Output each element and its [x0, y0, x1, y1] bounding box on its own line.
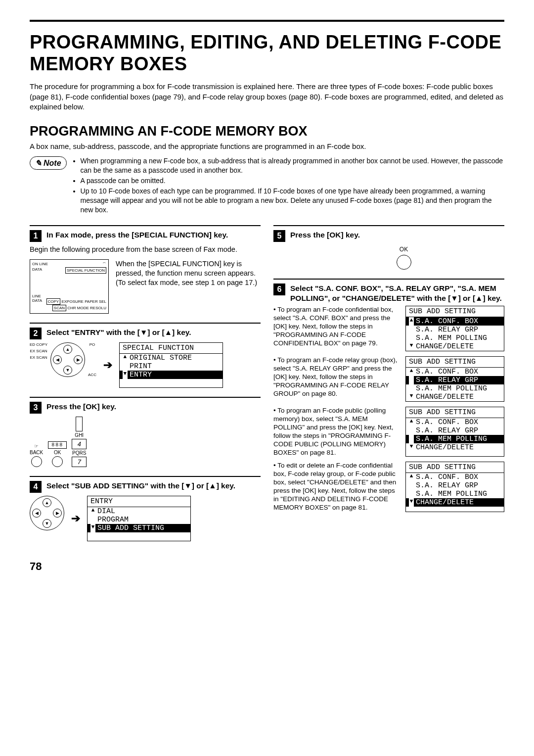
right-arrow-button[interactable]: ▶	[53, 509, 62, 518]
key-label: GHI	[75, 432, 84, 438]
lcd-title: SUB ADD SETTING	[406, 357, 504, 368]
side-label: EX SCAN	[30, 349, 47, 353]
panel-label: DATA	[32, 298, 42, 305]
note-block: ✎ Note When programming a new F-code box…	[30, 156, 504, 215]
step-title: Select "ENTRY" with the [▼] or [▲] key.	[46, 328, 191, 337]
step-text: When the [SPECIAL FUNCTION] key is press…	[116, 259, 261, 287]
lcd-line: CHANGE/DELETE	[416, 342, 474, 351]
step-number: 5	[273, 230, 285, 242]
direction-pad: ▲ ▼ ◀ ▶	[30, 496, 64, 530]
lcd-line: S.A. RELAY GRP	[416, 426, 478, 435]
lcd-title: SUB ADD SETTING	[406, 462, 504, 473]
lcd-line: S.A. MEM POLLING	[416, 334, 487, 342]
step-title: In Fax mode, press the [SPECIAL FUNCTION…	[46, 230, 228, 239]
back-label: BACK	[30, 450, 43, 455]
side-label: ACC	[88, 373, 96, 377]
ok-button[interactable]	[52, 456, 63, 467]
ok-label: OK	[400, 246, 408, 253]
panel-label: DATA	[32, 267, 42, 274]
lcd-line: PROGRAM	[97, 516, 129, 524]
panel-label: ON LINE	[32, 262, 48, 267]
ok-panel-illustration: ☞ BACK 888 OK GHI 4 PQRS 7	[30, 417, 114, 467]
step-number: 4	[30, 481, 42, 493]
down-arrow-button[interactable]: ▼	[43, 519, 51, 528]
intro-text: The procedure for programming a box for …	[30, 82, 504, 112]
lcd-line-selected: SUB ADD SETTING	[97, 524, 164, 532]
lcd-line: S.A. RELAY GRP	[416, 481, 478, 490]
lcd-line: CHANGE/DELETE	[416, 393, 474, 401]
lcd-line: S.A. CONF. BOX	[416, 473, 478, 481]
step-bullet: To program an F-code confidential box, s…	[273, 306, 393, 347]
panel-label: LINE	[32, 294, 41, 298]
lcd-line: ORIGINAL STORE	[130, 354, 192, 362]
direction-pad: ▲ ▼ ◀ ▶	[50, 342, 85, 377]
panel-label: RESOLU	[90, 306, 106, 310]
step-number: 1	[30, 230, 42, 242]
seven-segment: 888	[48, 441, 67, 449]
lcd-screen: SUB ADD SETTING ▲S.A. CONF. BOX S.A. REL…	[405, 356, 504, 402]
note-item: A passcode can be omitted.	[81, 176, 504, 186]
page-number: 78	[30, 560, 504, 573]
numpad-key[interactable]: 4	[72, 439, 87, 449]
panel-key[interactable]: COPY	[46, 298, 61, 305]
panel-label: CHR MODE	[67, 306, 89, 310]
step-bullet: To program an F-code public (polling mem…	[273, 407, 393, 456]
lcd-line-selected: ENTRY	[130, 371, 152, 379]
lcd-screen: SUB ADD SETTING ▲S.A. CONF. BOX S.A. REL…	[405, 306, 504, 351]
note-label: Note	[44, 159, 61, 168]
note-item: When programming a new F-code box, a sub…	[81, 156, 504, 175]
ok-label: OK	[54, 450, 61, 455]
lcd-title: SUB ADD SETTING	[406, 407, 504, 418]
pencil-icon: ✎	[35, 158, 42, 168]
ok-button[interactable]	[397, 255, 411, 270]
step-title: Select "S.A. CONF. BOX", "S.A. RELAY GRP…	[290, 284, 504, 303]
lcd-line: S.A. MEM POLLING	[416, 490, 487, 498]
up-arrow-button[interactable]: ▲	[43, 498, 51, 507]
side-label: EX SCAN	[30, 355, 47, 360]
lcd-screen: SUB ADD SETTING ▲S.A. CONF. BOX S.A. REL…	[405, 462, 504, 512]
up-arrow-button[interactable]: ▲	[63, 345, 72, 354]
right-arrow-button[interactable]: ▶	[74, 355, 83, 364]
section-intro: A box name, sub-address, passcode, and t…	[30, 142, 504, 150]
lcd-line: CHANGE/DELETE	[416, 443, 474, 452]
back-button[interactable]	[31, 456, 42, 467]
special-function-key[interactable]: SPECIAL FUNCTION	[65, 267, 106, 274]
control-panel-illustration: ON LINE ⌒ DATA SPECIAL FUNCTION LINE DAT…	[30, 259, 109, 314]
lcd-line: S.A. CONF. BOX	[416, 368, 478, 376]
note-badge: ✎ Note	[30, 156, 67, 170]
side-label: ED COPY	[30, 342, 47, 347]
section-title: PROGRAMMING AN F-CODE MEMORY BOX	[30, 124, 504, 139]
panel-label: PAPER SEL	[85, 299, 106, 304]
lcd-line: S.A. RELAY GRP	[416, 326, 478, 334]
left-arrow-button[interactable]: ◀	[53, 355, 62, 364]
lcd-line-selected: S.A. CONF. BOX	[416, 317, 478, 326]
lcd-line-selected: CHANGE/DELETE	[416, 498, 474, 507]
step-text: Begin the following procedure from the b…	[30, 245, 261, 254]
down-arrow-button[interactable]: ▼	[63, 366, 72, 375]
note-item: Up to 10 F-code boxes of each type can b…	[81, 187, 504, 215]
step-title: Press the [OK] key.	[46, 402, 116, 411]
lcd-line: PRINT	[130, 362, 152, 371]
lcd-title: ENTRY	[88, 496, 190, 507]
panel-key[interactable]: SCAN	[52, 305, 66, 311]
key-label: PQRS	[72, 450, 86, 456]
lcd-line: S.A. CONF. BOX	[416, 418, 478, 426]
lcd-screen: SPECIAL FUNCTION ▲ORIGINAL STORE PRINT ▼…	[119, 342, 223, 388]
arrow-right-icon: ➔	[71, 512, 80, 525]
panel-label: EXPOSURE	[61, 299, 83, 304]
step-bullet: To edit or delete an F-code confidential…	[273, 462, 396, 511]
numpad-key[interactable]: 7	[72, 457, 87, 467]
arrow-right-icon: ➔	[103, 359, 112, 372]
lcd-screen: ENTRY ▲DIAL PROGRAM ▼SUB ADD SETTING	[87, 496, 191, 541]
lcd-screen: SUB ADD SETTING ▲S.A. CONF. BOX S.A. REL…	[405, 407, 504, 457]
lcd-line: DIAL	[97, 507, 115, 516]
step-number: 2	[30, 328, 42, 339]
page-title: PROGRAMMING, EDITING, AND DELETING F-COD…	[30, 32, 504, 75]
lcd-line: S.A. MEM POLLING	[416, 384, 487, 393]
left-arrow-button[interactable]: ◀	[32, 509, 41, 518]
lcd-line-selected: S.A. RELAY GRP	[416, 376, 478, 384]
step-title: Press the [OK] key.	[290, 230, 360, 239]
lcd-title: SUB ADD SETTING	[406, 306, 504, 317]
step-number: 6	[273, 284, 285, 295]
step-title: Select "SUB ADD SETTING" with the [▼] or…	[46, 481, 235, 490]
